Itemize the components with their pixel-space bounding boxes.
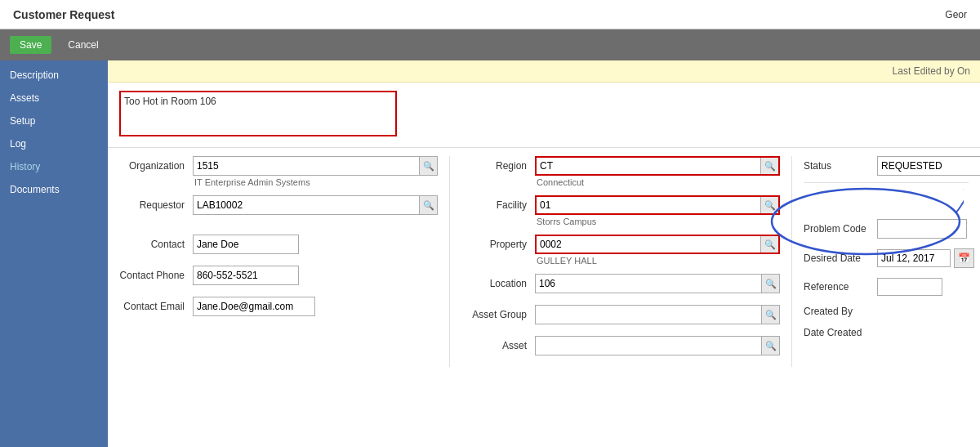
save-button[interactable]: Save — [10, 36, 51, 54]
facility-search-btn[interactable]: 🔍 — [760, 197, 778, 213]
facility-control: 🔍 Storrs Campus — [535, 195, 780, 226]
contact-row: Contact — [119, 235, 438, 257]
property-search-btn[interactable]: 🔍 — [760, 236, 778, 253]
asset-group-search-btn[interactable]: 🔍 — [761, 306, 779, 324]
sidebar: Description Assets Setup Log History Doc… — [0, 60, 108, 447]
asset-row: Asset 🔍 — [461, 336, 780, 359]
region-search-btn[interactable]: 🔍 — [760, 158, 778, 174]
middle-section: Region 🔍 Connecticut Facility — [450, 156, 792, 367]
sidebar-item-assets[interactable]: Assets — [0, 87, 108, 110]
requestor-input[interactable] — [194, 196, 419, 214]
facility-row: Facility 🔍 Storrs Campus — [461, 195, 780, 226]
asset-input[interactable] — [536, 337, 761, 355]
reference-row: Reference — [804, 278, 969, 296]
reference-label: Reference — [804, 281, 877, 293]
date-created-row: Date Created — [804, 327, 969, 338]
status-field: 🔍 — [877, 156, 980, 176]
contact-email-input[interactable] — [193, 297, 315, 316]
region-control: 🔍 Connecticut — [535, 156, 780, 187]
content-area: Last Edited by On Organization — [108, 60, 980, 447]
region-row: Region 🔍 Connecticut — [461, 156, 780, 187]
property-input[interactable] — [537, 235, 760, 253]
form-sections: Organization 🔍 IT Enterprise Admin Syste… — [108, 148, 980, 375]
asset-group-field: 🔍 — [535, 305, 780, 324]
asset-control: 🔍 — [535, 336, 780, 355]
main-layout: Description Assets Setup Log History Doc… — [0, 60, 980, 447]
problem-code-input[interactable] — [878, 220, 980, 238]
calendar-button[interactable]: 📅 — [954, 248, 974, 268]
asset-group-input[interactable] — [536, 306, 761, 324]
contact-phone-input[interactable] — [193, 266, 299, 285]
location-field: 🔍 — [535, 274, 780, 293]
location-search-btn[interactable]: 🔍 — [761, 275, 779, 293]
facility-input[interactable] — [537, 196, 760, 214]
property-sub: GULLEY HALL — [535, 256, 780, 266]
problem-code-row: Problem Code 🔍 — [804, 219, 969, 239]
requestor-row: Requestor 🔍 — [119, 195, 438, 218]
requestor-control: 🔍 — [193, 195, 438, 215]
location-label: Location — [461, 274, 535, 289]
status-row: Status 🔍 — [804, 156, 969, 183]
status-input[interactable] — [878, 157, 980, 175]
region-input[interactable] — [537, 157, 760, 175]
sidebar-item-documents[interactable]: Documents — [0, 178, 108, 201]
asset-label: Asset — [461, 336, 535, 351]
description-textarea[interactable] — [119, 91, 397, 136]
organization-row: Organization 🔍 IT Enterprise Admin Syste… — [119, 156, 438, 187]
contact-control — [193, 235, 438, 254]
page-title: Customer Request — [13, 8, 114, 21]
organization-label: Organization — [119, 156, 193, 172]
status-label: Status — [804, 160, 877, 172]
asset-group-control: 🔍 — [535, 305, 780, 324]
asset-field: 🔍 — [535, 336, 780, 355]
organization-field: 🔍 — [193, 156, 438, 176]
desired-date-row: Desired Date 📅 — [804, 248, 969, 268]
requestor-label: Requestor — [119, 195, 193, 211]
contact-phone-control — [193, 266, 438, 285]
left-section: Organization 🔍 IT Enterprise Admin Syste… — [108, 156, 450, 367]
property-label: Property — [461, 235, 535, 250]
contact-phone-label: Contact Phone — [119, 266, 193, 281]
problem-code-label: Problem Code — [804, 223, 877, 235]
user-name: Geor — [945, 9, 967, 20]
asset-group-label: Asset Group — [461, 305, 535, 320]
requestor-search-btn[interactable]: 🔍 — [419, 196, 437, 214]
facility-sub: Storrs Campus — [535, 217, 780, 226]
sidebar-item-log[interactable]: Log — [0, 132, 108, 155]
page-wrapper: Customer Request Geor Save Cancel Descri… — [0, 0, 980, 447]
created-by-row: Created By — [804, 306, 969, 317]
top-header: Customer Request Geor — [0, 0, 980, 29]
property-control: 🔍 GULLEY HALL — [535, 235, 780, 266]
toolbar: Save Cancel — [0, 29, 980, 60]
contact-email-label: Contact Email — [119, 297, 193, 312]
organization-input[interactable] — [194, 157, 419, 175]
sidebar-item-description[interactable]: Description — [0, 64, 108, 87]
cancel-button[interactable]: Cancel — [58, 36, 108, 54]
requestor-field: 🔍 — [193, 195, 438, 215]
asset-search-btn[interactable]: 🔍 — [761, 337, 779, 355]
organization-search-btn[interactable]: 🔍 — [419, 157, 437, 175]
sidebar-item-setup[interactable]: Setup — [0, 110, 108, 132]
contact-label: Contact — [119, 235, 193, 250]
organization-sub: IT Enterprise Admin Systems — [193, 177, 438, 187]
location-input[interactable] — [536, 275, 761, 293]
description-area — [108, 83, 980, 148]
last-edited-text: Last Edited by On — [893, 65, 970, 77]
last-edited-banner: Last Edited by On — [108, 60, 980, 83]
desired-date-input[interactable] — [877, 249, 951, 267]
location-row: Location 🔍 — [461, 274, 780, 297]
contact-email-control — [193, 297, 438, 316]
desired-date-label: Desired Date — [804, 253, 877, 264]
contact-input[interactable] — [193, 235, 299, 254]
property-field: 🔍 — [535, 235, 780, 254]
sidebar-item-history[interactable]: History — [0, 155, 108, 178]
location-control: 🔍 — [535, 274, 780, 293]
created-by-label: Created By — [804, 306, 877, 317]
region-sub: Connecticut — [535, 177, 780, 187]
contact-phone-row: Contact Phone — [119, 266, 438, 288]
reference-input[interactable] — [877, 278, 942, 296]
region-field: 🔍 — [535, 156, 780, 176]
property-row: Property 🔍 GULLEY HALL — [461, 235, 780, 266]
right-section: Status 🔍 Problem Code — [792, 156, 980, 367]
facility-label: Facility — [461, 195, 535, 211]
